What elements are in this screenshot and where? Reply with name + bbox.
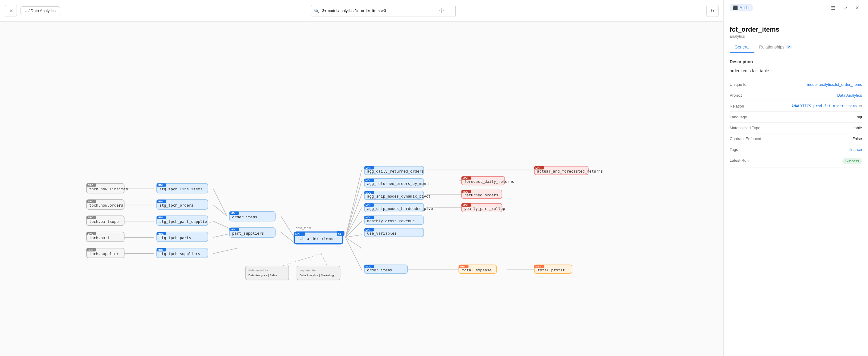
- svg-text:MDL: MDL: [230, 228, 237, 231]
- model-badge: ⬛ Model: [730, 4, 752, 11]
- node-tpch-orders[interactable]: SRC tpch.now.orders: [87, 200, 124, 209]
- graph-svg: SRC tpch.now.lineitem SRC tpch.now.order…: [0, 22, 723, 356]
- svg-text:MDL: MDL: [158, 232, 164, 235]
- svg-text:monthly_gross_revenue: monthly_gross_revenue: [367, 219, 415, 223]
- node-actual-forecasted[interactable]: MDL actual_and_forecasted_returns: [534, 166, 603, 175]
- svg-text:returned_orders: returned_orders: [464, 193, 498, 197]
- node-fct-order-items[interactable]: MDL fct_order_items ▾2: [294, 231, 344, 244]
- list-view-button[interactable]: ☰: [828, 3, 838, 13]
- close-button[interactable]: ✕: [5, 5, 17, 17]
- svg-text:agg_ship_modes_dynamic_pivot: agg_ship_modes_dynamic_pivot: [367, 194, 431, 198]
- top-bar: ⬛ Model ☰ ↗ ✕: [724, 0, 868, 16]
- tab-bar: General Relationships 2: [730, 42, 862, 53]
- refresh-button[interactable]: ↻: [707, 5, 718, 17]
- prop-value-tags[interactable]: finance: [849, 147, 862, 152]
- node-tpch-part[interactable]: SRC tpch.part: [87, 232, 124, 241]
- svg-text:MDL: MDL: [158, 249, 164, 252]
- node-agg-ship-dynamic[interactable]: MDL agg_ship_modes_dynamic_pivot: [364, 191, 431, 200]
- svg-text:MDL: MDL: [296, 233, 301, 236]
- svg-text:SRC: SRC: [88, 200, 93, 203]
- node-order-items-mid[interactable]: MDL order_items: [229, 212, 275, 221]
- prop-value-latest-run: Success: [842, 158, 862, 164]
- panel-close-button[interactable]: ✕: [852, 3, 862, 13]
- prop-label-tags: Tags: [730, 147, 772, 152]
- edge: [213, 189, 227, 216]
- breadcrumb[interactable]: .. / Data Analytics: [21, 6, 60, 15]
- search-icon: 🔍: [314, 8, 319, 13]
- svg-text:stg_tpch_suppliers: stg_tpch_suppliers: [159, 252, 200, 256]
- top-bar-actions: ☰ ↗ ✕: [828, 3, 862, 13]
- node-order-items-out[interactable]: MDL order_items: [364, 265, 407, 273]
- svg-text:tpch.supplier: tpch.supplier: [89, 252, 119, 256]
- node-yearly-rollup[interactable]: MDL yearly_part_rollup: [461, 203, 505, 212]
- svg-text:stg_tpch_orders: stg_tpch_orders: [159, 203, 193, 207]
- svg-rect-107: [246, 266, 289, 280]
- svg-text:MDL: MDL: [158, 200, 164, 203]
- node-part-suppliers[interactable]: MDL part_suppliers: [229, 228, 275, 237]
- svg-text:forecast_daily_returns: forecast_daily_returns: [464, 179, 514, 184]
- toolbar: ✕ .. / Data Analytics 🔍 ⓘ ↻: [0, 0, 723, 22]
- property-contract-enforced: Contract Enforced False: [730, 133, 862, 144]
- prop-value-relation[interactable]: ANALYTICS.prod.fct_order_items ⧉: [792, 104, 862, 108]
- tab-relationships-label: Relationships: [759, 44, 784, 50]
- prop-value-unique-id[interactable]: model.analytics.fct_order_items: [807, 82, 862, 87]
- properties-list: Unique Id model.analytics.fct_order_item…: [730, 79, 862, 167]
- svg-text:SRC: SRC: [88, 216, 93, 219]
- tab-relationships[interactable]: Relationships 2: [754, 42, 797, 53]
- svg-text:SRC: SRC: [88, 184, 93, 187]
- svg-text:▾2: ▾2: [338, 232, 341, 235]
- node-tpch-partsupp[interactable]: SRC tpch.partsupp: [87, 216, 124, 226]
- property-unique-id: Unique Id model.analytics.fct_order_item…: [730, 79, 862, 90]
- property-language: Language sql: [730, 112, 862, 123]
- svg-text:stg_tpch_parts: stg_tpch_parts: [159, 235, 191, 240]
- node-use-variables[interactable]: MDL use_variables: [364, 228, 424, 237]
- property-tags: Tags finance: [730, 144, 862, 155]
- node-total-expense[interactable]: MET total_expense: [459, 265, 496, 273]
- graph-canvas: SRC tpch.now.lineitem SRC tpch.now.order…: [0, 22, 723, 356]
- node-agg-returned-month[interactable]: MDL agg_returned_orders_by_month: [364, 179, 431, 187]
- list-icon: ☰: [831, 5, 835, 11]
- prop-label-unique-id: Unique Id: [730, 82, 772, 87]
- edge: [345, 237, 362, 269]
- svg-text:SRC: SRC: [88, 249, 93, 252]
- info-icon[interactable]: ⓘ: [439, 8, 444, 13]
- svg-text:fct_order_items: fct_order_items: [297, 236, 333, 241]
- share-button[interactable]: ↗: [840, 3, 850, 13]
- node-stg-parts[interactable]: MDL stg_tpch_parts: [157, 232, 208, 241]
- close-icon: ✕: [9, 8, 13, 13]
- node-stg-line-items[interactable]: MDL stg_tpch_line_items: [157, 184, 208, 193]
- prop-label-contract: Contract Enforced: [730, 136, 772, 141]
- prop-value-project[interactable]: Data Analytics: [837, 93, 862, 98]
- node-referenced-by-sales[interactable]: Referenced By Data Analytics | Sales: [246, 266, 289, 280]
- node-agg-daily-returned[interactable]: MDL agg_daily_returned_orders: [364, 166, 424, 175]
- node-forecast-daily[interactable]: MDL forecast_daily_returns: [461, 176, 514, 185]
- svg-text:agg_ship_modes_hardcoded_pivot: agg_ship_modes_hardcoded_pivot: [367, 206, 435, 211]
- property-project: Project Data Analytics: [730, 90, 862, 101]
- model-cube-icon: ⬛: [733, 5, 738, 10]
- svg-text:data_team: data_team: [296, 226, 311, 230]
- node-returned-orders[interactable]: MDL returned_orders: [461, 190, 502, 199]
- svg-text:MDL: MDL: [158, 216, 164, 219]
- node-total-profit[interactable]: MET total_profit: [534, 265, 572, 273]
- node-stg-part-suppliers[interactable]: MDL stg_tpch_part_suppliers: [157, 216, 212, 226]
- prop-label-latest-run: Latest Run: [730, 158, 772, 163]
- svg-text:MDL: MDL: [230, 212, 237, 215]
- node-stg-suppliers[interactable]: MDL stg_tpch_suppliers: [157, 248, 208, 258]
- node-monthly-gross[interactable]: MDL monthly_gross_revenue: [364, 216, 424, 225]
- node-imported-by-marketing[interactable]: Imported By Data Analytics | Marketing: [297, 266, 340, 280]
- search-input[interactable]: [311, 5, 456, 17]
- svg-text:Data Analytics | Sales: Data Analytics | Sales: [248, 273, 277, 277]
- search-container: 🔍 ⓘ: [311, 5, 456, 17]
- graph-panel: ✕ .. / Data Analytics 🔍 ⓘ ↻: [0, 0, 723, 356]
- svg-text:actual_and_forecasted_returns: actual_and_forecasted_returns: [537, 169, 603, 173]
- refresh-icon: ↻: [711, 8, 714, 13]
- node-tpch-supplier[interactable]: SRC tpch.supplier: [87, 248, 124, 258]
- description-section-title: Description: [730, 59, 862, 64]
- tab-general[interactable]: General: [730, 42, 754, 53]
- copy-icon[interactable]: ⧉: [859, 104, 862, 108]
- node-tpch-lineitem[interactable]: SRC tpch.now.lineitem: [87, 184, 128, 193]
- node-agg-ship-hardcoded[interactable]: MDL agg_ship_modes_hardcoded_pivot: [364, 203, 435, 212]
- svg-text:total_expense: total_expense: [462, 268, 492, 272]
- node-stg-orders[interactable]: MDL stg_tpch_orders: [157, 200, 208, 209]
- entity-header: fct_order_items analytics General Relati…: [724, 16, 868, 53]
